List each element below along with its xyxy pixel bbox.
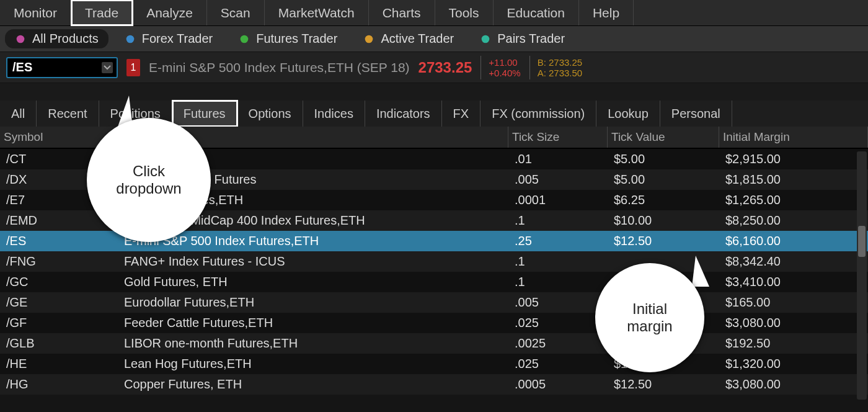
callout-text: dropdown <box>116 180 181 197</box>
cell-tick-size: .0005 <box>508 377 608 392</box>
product-futures-trader[interactable]: Futures Trader <box>229 29 347 48</box>
product-active-trader[interactable]: Active Trader <box>353 29 464 48</box>
cell-tick-value: $12.50 <box>608 377 719 392</box>
quote-bid-ask: B: 2733.25 A: 2733.50 <box>529 56 583 79</box>
product-label: Forex Trader <box>142 32 213 46</box>
filter-fx[interactable]: FX <box>442 101 481 127</box>
quote-change-pct: +0.40% <box>489 68 520 78</box>
filter-futures[interactable]: Futures <box>172 101 237 127</box>
cell-initial-margin: $2,915.00 <box>719 152 868 166</box>
cell-description: Copper Futures, ETH <box>118 377 508 392</box>
product-forex-trader[interactable]: Forex Trader <box>115 29 223 48</box>
cell-tick-value: $5.00 <box>608 172 719 187</box>
table-row[interactable]: /HELean Hog Futures,ETH.025$10.00$1,320.… <box>0 354 868 374</box>
symbol-dropdown[interactable]: /ES <box>6 57 118 78</box>
cell-tick-value: $10.00 <box>608 213 719 228</box>
quote-bar: /ES 1 E-mini S&P 500 Index Futures,ETH (… <box>0 52 868 83</box>
futures-icon <box>239 34 250 45</box>
table-row[interactable]: /GCGold Futures, ETH.1$3,410.00 <box>0 272 868 292</box>
menu-marketwatch[interactable]: MarketWatch <box>265 0 369 25</box>
callout-dropdown: Click dropdown <box>87 118 211 242</box>
cell-tick-size: .005 <box>508 295 608 310</box>
cell-symbol: /HE <box>0 357 118 371</box>
table-row[interactable]: /FNGFANG+ Index Futures - ICUS.1$8,342.4… <box>0 251 868 272</box>
cell-symbol: /FNG <box>0 254 118 269</box>
svg-point-3 <box>365 35 373 43</box>
table-row[interactable]: /GLBLIBOR one-month Futures,ETH.0025$192… <box>0 333 868 354</box>
callout-text: Initial <box>632 300 667 318</box>
active-icon <box>363 34 374 45</box>
cell-tick-size: .0025 <box>508 336 608 351</box>
cell-initial-margin: $3,080.00 <box>719 316 868 330</box>
product-all-products[interactable]: All Products <box>5 29 108 48</box>
table-row[interactable]: /HGCopper Futures, ETH.0005$12.50$3,080.… <box>0 374 868 395</box>
cell-initial-margin: $192.50 <box>719 336 868 351</box>
symbol-dropdown-value: /ES <box>12 60 32 74</box>
cell-initial-margin: $1,815.00 <box>719 172 868 187</box>
filter-lookup[interactable]: Lookup <box>596 101 660 127</box>
cell-initial-margin: $6,160.00 <box>719 234 868 248</box>
pairs-icon <box>480 34 491 45</box>
cell-initial-margin: $3,410.00 <box>719 275 868 289</box>
menu-trade[interactable]: Trade <box>71 0 133 25</box>
cell-description: Lean Hog Futures,ETH <box>118 357 508 371</box>
menu-scan[interactable]: Scan <box>207 0 265 25</box>
quote-ask: A: 2733.50 <box>538 68 583 78</box>
filter-indicators[interactable]: Indicators <box>365 101 442 127</box>
product-label: Futures Trader <box>256 32 337 46</box>
header-tick-size[interactable]: Tick Size <box>508 127 608 148</box>
filter-recent[interactable]: Recent <box>37 101 99 127</box>
callout-text: Click <box>133 163 165 180</box>
cell-description: Feeder Cattle Futures,ETH <box>118 316 508 330</box>
top-menu: MonitorTradeAnalyzeScanMarketWatchCharts… <box>0 0 868 26</box>
filter-options[interactable]: Options <box>237 101 303 127</box>
cell-tick-size: .0001 <box>508 193 608 207</box>
quote-price: 2733.25 <box>418 59 472 76</box>
menu-charts[interactable]: Charts <box>369 0 435 25</box>
filter-indices[interactable]: Indices <box>303 101 365 127</box>
callout-margin: Initial margin <box>595 263 704 372</box>
table-row[interactable]: /GFFeeder Cattle Futures,ETH.025$3,080.0… <box>0 313 868 333</box>
quote-bid: B: 2733.25 <box>538 57 583 68</box>
cell-description: LIBOR one-month Futures,ETH <box>118 336 508 351</box>
svg-point-0 <box>17 35 25 43</box>
product-pairs-trader[interactable]: Pairs Trader <box>470 29 575 48</box>
product-label: All Products <box>32 32 99 46</box>
filter-all[interactable]: All <box>0 101 37 127</box>
cell-tick-size: .025 <box>508 357 608 371</box>
table-row[interactable]: /GEEurodollar Futures,ETH.005$165.00 <box>0 292 868 313</box>
header-initial-margin[interactable]: Initial Margin <box>719 127 868 148</box>
cell-symbol: /GLB <box>0 336 118 351</box>
cell-initial-margin: $3,080.00 <box>719 377 868 392</box>
menu-tools[interactable]: Tools <box>435 0 494 25</box>
menu-education[interactable]: Education <box>494 0 579 25</box>
cell-initial-margin: $165.00 <box>719 295 868 310</box>
cell-tick-size: .25 <box>508 234 608 248</box>
cell-symbol: /ES <box>0 234 118 248</box>
cell-description: E-mini S&P 500 Index Futures,ETH <box>118 234 508 248</box>
header-tick-value[interactable]: Tick Value <box>608 127 719 148</box>
menu-help[interactable]: Help <box>579 0 634 25</box>
alert-badge[interactable]: 1 <box>126 59 140 76</box>
forex-icon <box>125 34 136 45</box>
cell-tick-value: $6.25 <box>608 193 719 207</box>
cell-description: Eurodollar Futures,ETH <box>118 295 508 310</box>
menu-monitor[interactable]: Monitor <box>0 0 71 25</box>
filter-fx-commission-[interactable]: FX (commission) <box>480 101 596 127</box>
cell-symbol: /GE <box>0 295 118 310</box>
quote-description: E-mini S&P 500 Index Futures,ETH (SEP 18… <box>149 60 410 75</box>
callout-tail <box>692 256 709 287</box>
scrollbar-thumb[interactable] <box>858 226 866 257</box>
cell-tick-value: $5.00 <box>608 152 719 166</box>
cell-description: Gold Futures, ETH <box>118 275 508 289</box>
scrollbar[interactable] <box>857 151 867 400</box>
cell-initial-margin: $8,250.00 <box>719 213 868 228</box>
cell-tick-size: .1 <box>508 213 608 228</box>
product-toolbar: All ProductsForex TraderFutures TraderAc… <box>0 26 868 52</box>
cell-tick-size: .1 <box>508 275 608 289</box>
cell-tick-size: .1 <box>508 254 608 269</box>
cell-initial-margin: $1,265.00 <box>719 193 868 207</box>
filter-personal[interactable]: Personal <box>660 101 732 127</box>
cell-initial-margin: $8,342.40 <box>719 254 868 269</box>
menu-analyze[interactable]: Analyze <box>133 0 207 25</box>
